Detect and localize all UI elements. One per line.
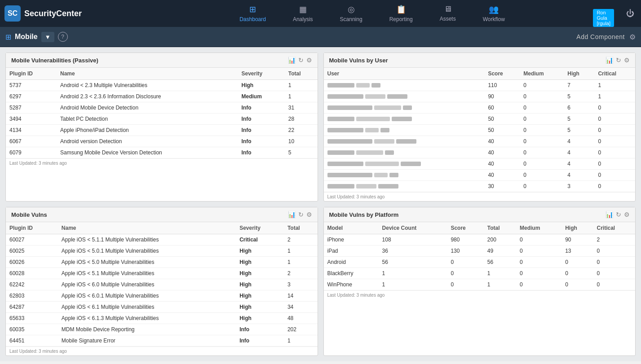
- app-name: SecurityCenter: [24, 9, 82, 18]
- severity-cell: Info: [236, 335, 284, 346]
- user-cell: [324, 181, 485, 192]
- table-row[interactable]: 30 0 3 0: [324, 181, 636, 192]
- table-row[interactable]: 40 0 4 0: [324, 158, 636, 170]
- table-row[interactable]: BlackBerry 1 0 1 0 0 0: [324, 268, 636, 279]
- settings-icon[interactable]: ⚙: [629, 33, 636, 41]
- sub-header: ⊞ Mobile ▼ ? Add Component ⚙: [0, 27, 641, 47]
- table-row[interactable]: 6079 Samsung Mobile Device Version Detec…: [6, 147, 318, 158]
- assets-icon: 🖥: [444, 4, 452, 14]
- gear-icon[interactable]: ⚙: [306, 57, 312, 64]
- plugin-id-cell: 64451: [6, 335, 58, 346]
- name-cell: Android 2.3 < 2.3.6 Information Disclosu…: [57, 91, 238, 102]
- total-cell: 5: [285, 147, 318, 158]
- total-cell: 1: [285, 91, 318, 102]
- refresh-icon[interactable]: ↻: [298, 211, 304, 218]
- table-row[interactable]: Android 56 0 56 0 0 0: [324, 257, 636, 268]
- table-row[interactable]: 60 0 6 0: [324, 102, 636, 114]
- total-cell: 1: [484, 268, 516, 279]
- table-row[interactable]: 5287 Android Mobile Device Detection Inf…: [6, 102, 318, 114]
- table-row[interactable]: 60035 MDM Mobile Device Reporting Info 2…: [6, 324, 318, 335]
- total-cell: 28: [285, 114, 318, 125]
- table-row[interactable]: 4134 Apple iPhone/iPad Detection Info 22: [6, 125, 318, 136]
- table-row[interactable]: 64287 Apple iOS < 6.1 Multiple Vulnerabi…: [6, 302, 318, 313]
- refresh-icon[interactable]: ↻: [616, 57, 621, 64]
- title-dropdown-button[interactable]: ▼: [41, 32, 54, 42]
- table-row[interactable]: 60027 Apple iOS < 5.1.1 Multiple Vulnera…: [6, 234, 318, 246]
- table-row[interactable]: 60025 Apple iOS < 5.0.1 Multiple Vulnera…: [6, 246, 318, 257]
- table-row[interactable]: 62803 Apple iOS < 6.0.1 Multiple Vulnera…: [6, 290, 318, 302]
- medium-cell: 0: [520, 102, 564, 114]
- refresh-icon[interactable]: ↻: [298, 57, 304, 64]
- total-cell: 34: [284, 302, 318, 313]
- high-cell: 5: [564, 114, 594, 125]
- table-row[interactable]: 90 0 5 1: [324, 91, 636, 102]
- top-navigation: SC SecurityCenter ⊞ Dashboard ▦ Analysis…: [0, 0, 641, 27]
- table-row[interactable]: 110 0 7 1: [324, 80, 636, 91]
- chart-icon[interactable]: 📊: [606, 57, 613, 64]
- table-row[interactable]: 62242 Apple iOS < 6.0 Multiple Vulnerabi…: [6, 279, 318, 290]
- table-row[interactable]: 50 0 5 0: [324, 125, 636, 136]
- medium-cell: 0: [516, 268, 561, 279]
- table-row[interactable]: 50 0 5 0: [324, 114, 636, 125]
- help-button[interactable]: ?: [58, 32, 68, 42]
- high-cell: 3: [564, 181, 594, 192]
- panel-header-passive: Mobile Vulnerabilities (Passive) 📊 ↻ ⚙: [6, 53, 318, 68]
- plugin-id-cell: 60035: [6, 324, 58, 335]
- table-row[interactable]: 40 0 4 0: [324, 170, 636, 181]
- nav-analysis-label: Analysis: [293, 16, 313, 22]
- gear-icon[interactable]: ⚙: [306, 211, 312, 218]
- gear-icon[interactable]: ⚙: [624, 211, 630, 218]
- total-cell: 10: [285, 136, 318, 147]
- table-row[interactable]: iPad 36 130 49 0 13 0: [324, 246, 636, 257]
- nav-assets[interactable]: 🖥 Assets: [426, 1, 469, 26]
- user-badge: Ron Gula [rgula]: [593, 9, 614, 27]
- table-row[interactable]: 3494 Tablet PC Detection Info 28: [6, 114, 318, 125]
- scanning-icon: ◎: [348, 4, 355, 14]
- nav-scanning[interactable]: ◎ Scanning: [327, 1, 376, 26]
- table-row[interactable]: 40 0 4 0: [324, 147, 636, 158]
- score-cell: 40: [484, 170, 520, 181]
- table-row[interactable]: 65633 Apple iOS < 6.1.3 Multiple Vulnera…: [6, 313, 318, 324]
- nav-reporting[interactable]: 📋 Reporting: [376, 1, 426, 26]
- panel-actions-vulns: 📊 ↻ ⚙: [288, 211, 312, 218]
- power-button[interactable]: ⏻: [626, 9, 634, 18]
- table-row[interactable]: 64451 Mobile Signature Error Info 1: [6, 335, 318, 346]
- score-cell: 40: [484, 158, 520, 170]
- table-row[interactable]: 6297 Android 2.3 < 2.3.6 Information Dis…: [6, 91, 318, 102]
- col-model: Model: [324, 222, 379, 234]
- table-row[interactable]: 5737 Android < 2.3 Multiple Vulnerabilit…: [6, 80, 318, 91]
- medium-cell: 0: [520, 80, 564, 91]
- nav-workflow[interactable]: 👥 Workflow: [469, 1, 518, 26]
- score-cell: 980: [447, 234, 483, 246]
- col-score: Score: [484, 68, 520, 80]
- device-count-cell: 56: [379, 257, 447, 268]
- medium-cell: 0: [520, 125, 564, 136]
- panel-mobile-vulns-passive: Mobile Vulnerabilities (Passive) 📊 ↻ ⚙ P…: [5, 53, 318, 202]
- table-row[interactable]: 60028 Apple iOS < 5.1 Multiple Vulnerabi…: [6, 268, 318, 279]
- chart-icon[interactable]: 📊: [288, 211, 296, 218]
- chart-icon[interactable]: 📊: [606, 211, 613, 218]
- plugin-id-cell: 64287: [6, 302, 58, 313]
- device-count-cell: 36: [379, 246, 447, 257]
- chart-icon[interactable]: 📊: [288, 57, 296, 64]
- plugin-id-cell: 5287: [6, 102, 57, 114]
- severity-cell: Info: [236, 324, 284, 335]
- nav-dashboard[interactable]: ⊞ Dashboard: [226, 1, 279, 26]
- table-row[interactable]: WinPhone 1 0 1 0 0 0: [324, 279, 636, 290]
- medium-cell: 0: [520, 91, 564, 102]
- refresh-icon[interactable]: ↻: [616, 211, 621, 218]
- col-high: High: [561, 222, 593, 234]
- nav-analysis[interactable]: ▦ Analysis: [279, 1, 327, 26]
- table-row[interactable]: iPhone 108 980 200 0 90 2: [324, 234, 636, 246]
- total-cell: 202: [284, 324, 318, 335]
- table-row[interactable]: 40 0 4 0: [324, 136, 636, 147]
- add-component-button[interactable]: Add Component: [576, 33, 625, 40]
- gear-icon[interactable]: ⚙: [624, 57, 630, 64]
- table-row[interactable]: 60026 Apple iOS < 5.0 Multiple Vulnerabi…: [6, 257, 318, 268]
- col-critical: Critical: [594, 68, 635, 80]
- total-cell: 14: [284, 290, 318, 302]
- total-cell: 48: [284, 313, 318, 324]
- table-row[interactable]: 6067 Android version Detection Info 10: [6, 136, 318, 147]
- name-cell: Apple iOS < 6.0.1 Multiple Vulnerabiliti…: [58, 290, 236, 302]
- high-cell: 6: [564, 102, 594, 114]
